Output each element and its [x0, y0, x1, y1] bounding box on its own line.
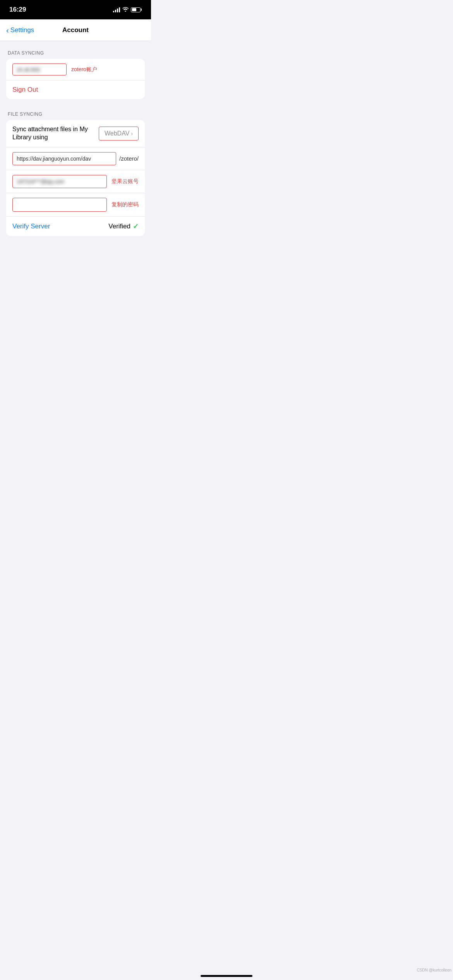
file-syncing-header: FILE SYNCING	[0, 111, 151, 120]
file-syncing-section: FILE SYNCING Sync attachment files in My…	[0, 111, 151, 236]
checkmark-icon: ✓	[133, 222, 139, 231]
account-input-field[interactable]: zh.di.002	[12, 63, 67, 75]
chevron-left-icon: ‹	[6, 26, 9, 34]
email-input[interactable]: 197224***@qq.com	[12, 175, 107, 188]
data-syncing-card: zh.di.002 zotero账户 Sign Out	[6, 59, 145, 99]
data-syncing-header: DATA SYNCING	[0, 50, 151, 59]
sync-method-label: Sync attachment files in My Library usin…	[12, 125, 99, 142]
status-time: 16:29	[9, 6, 26, 14]
verified-status: Verified ✓	[108, 222, 139, 231]
battery-icon	[131, 7, 142, 12]
verify-server-button[interactable]: Verify Server	[12, 223, 50, 230]
verify-row: Verify Server Verified ✓	[6, 217, 145, 236]
account-placeholder-label: zotero账户	[71, 66, 97, 73]
status-bar: 16:29	[0, 0, 151, 19]
page-title: Account	[62, 26, 89, 34]
sign-out-button[interactable]: Sign Out	[12, 86, 38, 93]
email-placeholder-label: 坚果云账号	[112, 178, 139, 185]
verified-label: Verified	[108, 223, 130, 230]
chevron-right-icon: ›	[131, 130, 133, 137]
file-syncing-card: Sync attachment files in My Library usin…	[6, 120, 145, 236]
url-input[interactable]: https://dav.jianguoyun.com/dav	[12, 152, 116, 165]
account-row: zh.di.002 zotero账户	[6, 59, 145, 81]
sync-method-row: Sync attachment files in My Library usin…	[6, 120, 145, 147]
back-label: Settings	[10, 26, 34, 34]
password-input[interactable]	[12, 198, 107, 212]
nav-bar: ‹ Settings Account	[0, 19, 151, 41]
account-value: zh.di.002	[17, 66, 40, 73]
wifi-icon	[122, 7, 129, 13]
signal-bars-icon	[113, 7, 120, 12]
data-syncing-section: DATA SYNCING zh.di.002 zotero账户 Sign Out	[0, 50, 151, 99]
status-icons	[113, 7, 142, 13]
webdav-button[interactable]: WebDAV ›	[99, 127, 139, 140]
url-row: https://dav.jianguoyun.com/dav /zotero/	[6, 147, 145, 170]
url-suffix: /zotero/	[119, 155, 139, 162]
email-row: 197224***@qq.com 坚果云账号	[6, 170, 145, 193]
email-value: 197224***@qq.com	[17, 178, 64, 185]
webdav-label: WebDAV	[105, 130, 129, 137]
main-content: DATA SYNCING zh.di.002 zotero账户 Sign Out…	[0, 41, 151, 258]
password-row: 复制的密码	[6, 193, 145, 217]
url-value: https://dav.jianguoyun.com/dav	[17, 156, 91, 162]
sign-out-row[interactable]: Sign Out	[6, 81, 145, 99]
password-placeholder-label: 复制的密码	[112, 201, 139, 208]
back-button[interactable]: ‹ Settings	[6, 26, 34, 34]
